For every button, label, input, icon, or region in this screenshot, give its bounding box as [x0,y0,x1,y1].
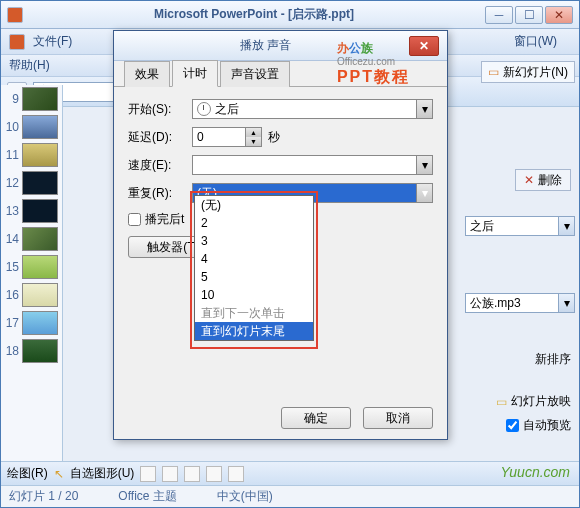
chevron-down-icon: ▾ [416,100,432,118]
draw-menu[interactable]: 绘图(R) [7,465,48,482]
slideshow-label: 幻灯片放映 [511,393,571,410]
sound-file-label: 公族.mp3 [470,295,521,312]
ok-button[interactable]: 确定 [281,407,351,429]
tab-sound[interactable]: 声音设置 [220,61,290,87]
slide-thumb[interactable]: 13 [3,199,60,223]
chevron-down-icon: ▾ [416,184,432,202]
spin-up-icon[interactable]: ▲ [245,128,261,137]
slide-thumb[interactable]: 18 [3,339,60,363]
theme-name: Office 主题 [118,488,176,505]
dd-item-5[interactable]: 5 [195,268,313,286]
rect-icon[interactable] [184,466,200,482]
start-label: 开始(S): [128,101,192,118]
statusbar: 幻灯片 1 / 20 Office 主题 中文(中国) [1,485,579,507]
x-icon: ✕ [524,173,534,187]
after-label: 之后 [470,218,494,235]
language: 中文(中国) [217,488,273,505]
dd-item-until-click[interactable]: 直到下一次单击 [195,304,313,322]
textbox-icon[interactable] [228,466,244,482]
delay-label: 延迟(D): [128,129,192,146]
draw-toolbar: 绘图(R) ↖ 自选图形(U) [1,461,579,485]
clock-icon [197,102,211,116]
slide-thumb[interactable]: 14 [3,227,60,251]
slide-thumb[interactable]: 9 [3,87,60,111]
resort-button[interactable]: 新排序 [535,351,571,368]
dialog-titlebar: 播放 声音 ✕ [114,31,447,61]
menu-window[interactable]: 窗口(W) [514,33,557,50]
slide-thumb[interactable]: 17 [3,311,60,335]
dialog-tabs: 效果 计时 声音设置 [114,61,447,87]
tab-timing[interactable]: 计时 [172,60,218,87]
titlebar: Microsoft PowerPoint - [启示路.ppt] ─ ☐ ✕ [1,1,579,29]
line-icon[interactable] [140,466,156,482]
autoshape-menu[interactable]: 自选图形(U) [70,465,135,482]
arrow-icon[interactable]: ↖ [54,467,64,481]
slide-thumb[interactable]: 16 [3,283,60,307]
window-title: Microsoft PowerPoint - [启示路.ppt] [23,6,485,23]
start-value: 之后 [215,101,239,118]
close-button[interactable]: ✕ [545,6,573,24]
slide-counter: 幻灯片 1 / 20 [9,488,78,505]
dd-item-3[interactable]: 3 [195,232,313,250]
repeat-label: 重复(R): [128,185,192,202]
repeat-dropdown-list[interactable]: (无) 2 3 4 5 10 直到下一次单击 直到幻灯片末尾 [194,195,314,341]
dd-item-2[interactable]: 2 [195,214,313,232]
autopreview-checkbox[interactable]: 自动预览 [506,417,571,434]
slide-thumb[interactable]: 10 [3,115,60,139]
slide-thumb[interactable]: 11 [3,143,60,167]
arrow-tool-icon[interactable] [162,466,178,482]
oval-icon[interactable] [206,466,222,482]
dd-item-4[interactable]: 4 [195,250,313,268]
minimize-button[interactable]: ─ [485,6,513,24]
dialog-footer: 确定 取消 [281,407,433,429]
new-slide-label: 新幻灯片(N) [503,64,568,81]
delay-unit: 秒 [268,129,280,146]
autopreview-label: 自动预览 [523,417,571,434]
start-select[interactable]: 之后 ▾ [192,99,433,119]
chevron-down-icon: ▾ [558,217,574,235]
cancel-button[interactable]: 取消 [363,407,433,429]
start-after-select[interactable]: 之后▾ [465,216,575,236]
after-finish-label: 播完后t [145,211,184,228]
spin-down-icon[interactable]: ▼ [245,137,261,146]
menu-file[interactable]: 文件(F) [33,33,72,50]
slide-icon: ▭ [488,65,499,79]
dd-item-until-end[interactable]: 直到幻灯片末尾 [195,322,313,340]
new-slide-button[interactable]: ▭ 新幻灯片(N) [481,61,575,83]
delete-button[interactable]: ✕ 删除 [515,169,571,191]
slide-thumbnails: 9 10 11 12 13 14 15 16 17 18 [1,85,63,465]
yuucn-watermark: Yuucn.com [500,464,570,480]
dialog-close-button[interactable]: ✕ [409,36,439,56]
speed-select[interactable]: ▾ [192,155,433,175]
chevron-down-icon: ▾ [416,156,432,174]
slide-thumb[interactable]: 12 [3,171,60,195]
screen-icon: ▭ [496,395,507,409]
dialog-title: 播放 声音 [122,37,409,54]
speed-label: 速度(E): [128,157,192,174]
after-finish-checkbox[interactable]: 播完后t [128,211,184,228]
delay-spinner[interactable]: 0 ▲▼ [192,127,262,147]
tab-effect[interactable]: 效果 [124,61,170,87]
app-icon [7,7,23,23]
sound-file-select[interactable]: 公族.mp3▾ [465,293,575,313]
dd-item-10[interactable]: 10 [195,286,313,304]
chevron-down-icon: ▾ [558,294,574,312]
maximize-button[interactable]: ☐ [515,6,543,24]
ppt-icon [9,34,25,50]
dd-item-none[interactable]: (无) [195,196,313,214]
slideshow-button[interactable]: ▭ 幻灯片放映 [496,393,571,410]
delay-value: 0 [197,130,204,144]
slide-thumb[interactable]: 15 [3,255,60,279]
menu-help[interactable]: 帮助(H) [9,57,50,74]
delete-label: 删除 [538,172,562,189]
timing-dialog: 播放 声音 ✕ 效果 计时 声音设置 开始(S): 之后 ▾ 延迟(D): 0 … [113,30,448,440]
